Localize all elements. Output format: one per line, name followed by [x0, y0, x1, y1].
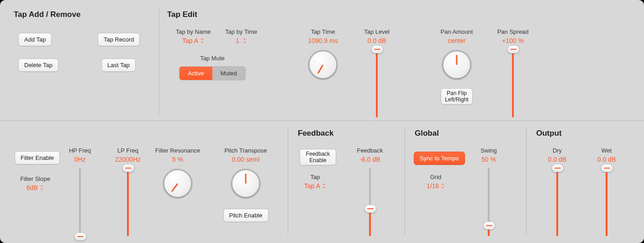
swing-value[interactable]: 50 %	[481, 156, 496, 163]
pan-flip-button[interactable]: Pan FlipLeft/Right	[441, 88, 472, 105]
sync-to-tempo-button[interactable]: Sync to Tempo	[414, 152, 465, 165]
delete-tap-button[interactable]: Delete Tap	[18, 58, 58, 72]
tap-mute-active[interactable]: Active	[179, 67, 212, 80]
tap-add-title: Tap Add / Remove	[14, 10, 80, 19]
tap-by-time-label: Tap by Time	[225, 28, 257, 35]
dry-value[interactable]: 0.0 dB	[548, 156, 566, 163]
filter-res-knob[interactable]	[163, 169, 193, 199]
wet-label: Wet	[602, 147, 612, 154]
pan-amount-value[interactable]: center	[448, 37, 466, 44]
swing-label: Swing	[480, 147, 496, 154]
feedback-enable-button[interactable]: FeedbackEnable	[300, 149, 336, 165]
tap-mute-label: Tap Mute	[200, 55, 224, 62]
tap-by-name-control[interactable]: Tap by Name Tap A	[173, 28, 214, 46]
pitch-transpose-knob[interactable]	[231, 169, 261, 199]
pan-spread-label: Pan Spread	[497, 28, 529, 35]
separator	[0, 121, 644, 121]
pan-amount-knob[interactable]	[442, 50, 472, 80]
tap-level-label: Tap Level	[364, 28, 390, 35]
output-title: Output	[536, 129, 562, 138]
pitch-transpose-label: Pitch Transpose	[224, 147, 267, 154]
pan-spread-slider[interactable]	[506, 49, 520, 117]
add-tap-button[interactable]: Add Tap	[18, 33, 52, 46]
tap-level-slider[interactable]	[370, 49, 384, 117]
dry-slider[interactable]	[550, 168, 564, 236]
tap-time-label: Tap Time	[311, 28, 335, 35]
tap-time-value[interactable]: 1090.9 ms	[308, 37, 338, 44]
lp-freq-value[interactable]: 22000Hz	[115, 156, 141, 163]
swing-slider[interactable]	[482, 168, 496, 236]
lp-freq-slider[interactable]	[121, 168, 135, 236]
tap-time-knob[interactable]	[308, 50, 338, 80]
feedback-amount-slider[interactable]	[363, 168, 377, 236]
pan-amount-label: Pan Amount	[441, 28, 473, 35]
feedback-title: Feedback	[298, 129, 333, 138]
stepper-icon	[243, 38, 247, 43]
tap-add-remove-section: Tap Add / Remove	[14, 10, 80, 19]
dry-label: Dry	[553, 147, 562, 154]
feedback-amount-label: Feedback	[357, 147, 383, 154]
tap-record-button[interactable]: Tap Record	[98, 33, 140, 46]
grid-control[interactable]: Grid 1/16	[417, 174, 454, 191]
grid-value[interactable]: 1/16	[427, 182, 445, 190]
last-tap-button[interactable]: Last Tap	[101, 58, 136, 72]
stepper-icon	[441, 183, 445, 189]
separator	[159, 7, 159, 114]
hp-freq-value[interactable]: 0Hz	[74, 156, 86, 163]
pitch-enable-button[interactable]: Pitch Enable	[223, 209, 269, 222]
tap-level-value[interactable]: 0.0 dB	[368, 37, 386, 44]
stepper-icon	[40, 185, 44, 190]
tap-by-name-value[interactable]: Tap A	[182, 37, 204, 44]
filter-res-label: Filter Resonance	[155, 147, 200, 154]
filter-enable-button[interactable]: Filter Enable	[15, 151, 60, 164]
filter-slope-label: Filter Slope	[20, 175, 50, 182]
hp-freq-label: HP Freq	[69, 147, 91, 154]
tap-by-time-value[interactable]: 1.	[236, 37, 247, 44]
tap-mute-muted[interactable]: Muted	[212, 67, 245, 80]
tap-by-time-control[interactable]: Tap by Time 1.	[223, 28, 259, 46]
feedback-tap-value[interactable]: Tap A	[304, 182, 326, 190]
stepper-icon	[200, 38, 204, 43]
filter-res-value[interactable]: 5 %	[172, 156, 183, 163]
tap-mute-segmented[interactable]: Active Muted	[179, 66, 246, 80]
lp-freq-label: LP Freq	[117, 147, 138, 154]
feedback-tap-control[interactable]: Tap Tap A	[297, 174, 333, 191]
grid-label: Grid	[430, 174, 442, 180]
global-title: Global	[415, 129, 439, 138]
tap-edit-title: Tap Edit	[167, 10, 197, 19]
pitch-transpose-value[interactable]: 0.00 semi	[232, 156, 260, 163]
separator	[526, 128, 527, 235]
separator	[405, 128, 405, 235]
filter-slope-control[interactable]: Filter Slope 6dB	[15, 175, 56, 193]
hp-freq-slider[interactable]	[73, 168, 87, 236]
filter-slope-value[interactable]: 6dB	[26, 184, 44, 191]
stepper-icon	[322, 183, 326, 189]
wet-value[interactable]: 0.0 dB	[597, 156, 616, 163]
tap-mute-section: Tap Mute Active Muted	[178, 55, 247, 80]
wet-slider[interactable]	[600, 168, 613, 236]
pan-spread-value[interactable]: +100 %	[502, 37, 524, 44]
separator	[288, 128, 288, 235]
feedback-amount-value[interactable]: -6.0 dB	[359, 156, 380, 163]
feedback-tap-label: Tap	[311, 174, 320, 180]
tap-by-name-label: Tap by Name	[176, 28, 211, 35]
